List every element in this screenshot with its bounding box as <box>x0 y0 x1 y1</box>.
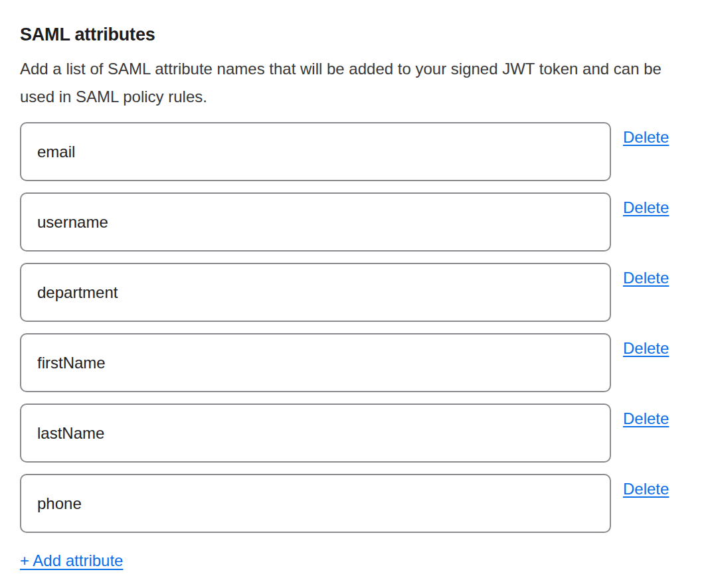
attribute-row: Delete <box>20 474 679 533</box>
attribute-input[interactable] <box>20 192 611 252</box>
page-title: SAML attributes <box>20 23 679 46</box>
delete-link[interactable]: Delete <box>623 409 669 429</box>
delete-link[interactable]: Delete <box>623 198 669 218</box>
delete-link[interactable]: Delete <box>623 338 669 358</box>
page-description: Add a list of SAML attribute names that … <box>20 55 674 111</box>
attribute-input[interactable] <box>20 122 611 181</box>
attribute-input[interactable] <box>20 263 611 322</box>
attribute-row: Delete <box>20 333 679 392</box>
add-attribute-link[interactable]: + Add attribute <box>20 550 123 571</box>
attribute-input[interactable] <box>20 404 611 463</box>
delete-link[interactable]: Delete <box>623 127 669 147</box>
attributes-list: Delete Delete Delete Delete Delete Delet… <box>20 122 679 533</box>
attribute-row: Delete <box>20 192 679 252</box>
attribute-input[interactable] <box>20 474 611 533</box>
attribute-row: Delete <box>20 263 679 322</box>
attribute-input[interactable] <box>20 333 611 392</box>
attribute-row: Delete <box>20 122 679 181</box>
attribute-row: Delete <box>20 404 679 463</box>
delete-link[interactable]: Delete <box>623 268 669 288</box>
saml-attributes-section: SAML attributes Add a list of SAML attri… <box>0 0 708 588</box>
delete-link[interactable]: Delete <box>623 479 669 499</box>
